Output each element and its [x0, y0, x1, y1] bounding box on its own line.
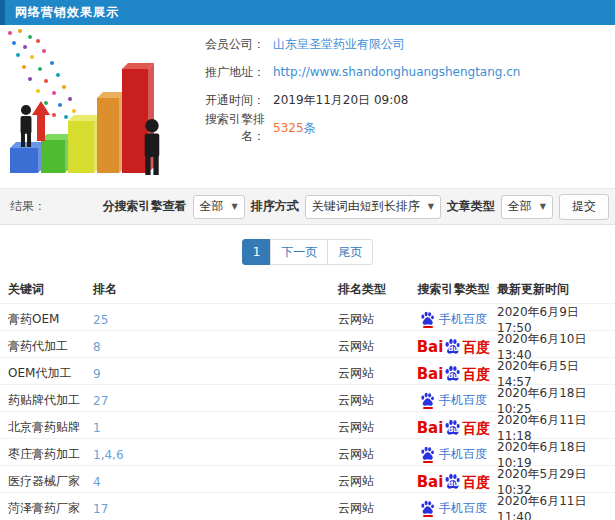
rank-link[interactable]: 9 — [93, 367, 338, 381]
engine-cell: Baidu百度 — [410, 338, 497, 355]
baidu-logo-chinese: 百度 — [462, 475, 490, 490]
rank-type-cell: 云网站 — [338, 392, 410, 409]
ranking-count: 5325 — [273, 121, 304, 135]
filter-select-value: 全部 — [508, 198, 532, 215]
keyword-cell: 药贴牌代加工 — [8, 392, 93, 409]
keyword-ranking-table: 关键词排名排名类型搜索引擎类型最新更新时间 膏药OEM25云网站手机百度2020… — [0, 275, 615, 519]
paw-underline — [423, 515, 433, 517]
filter-select-value: 关键词由短到长排序 — [312, 198, 420, 215]
rank-link[interactable]: 27 — [93, 394, 338, 408]
baidu-logo-bai: Bai — [417, 421, 444, 436]
filter-select-2[interactable]: 全部▼ — [501, 195, 553, 219]
rank-link[interactable]: 25 — [93, 313, 338, 327]
bar-chart-graphic — [0, 25, 183, 188]
filter-label-1: 排序方式 — [251, 198, 299, 215]
paw-underline — [423, 461, 433, 463]
info-row: 搜索引擎排名：5325条 — [183, 119, 615, 137]
rank-link[interactable]: 17 — [93, 502, 338, 516]
column-header: 最新更新时间 — [497, 281, 615, 298]
baidu-logo-du: du — [448, 345, 458, 353]
engine-cell: 手机百度 — [410, 392, 497, 409]
keyword-cell: 膏药代加工 — [8, 338, 93, 355]
mobile-baidu-logo: 手机百度 — [420, 311, 487, 328]
info-value-link[interactable]: 山东皇圣堂药业有限公司 — [273, 37, 405, 51]
paw-underline — [423, 407, 433, 409]
baidu-paw-icon: du — [444, 419, 461, 436]
table-row: 膏药OEM25云网站手机百度2020年6月9日 17:50 — [0, 303, 615, 330]
chevron-down-icon: ▼ — [428, 202, 434, 211]
rank-link[interactable]: 8 — [93, 340, 338, 354]
updated-time-cell: 2020年6月11日 11:40 — [497, 493, 615, 520]
filter-controls: 分搜索引擎查看全部▼排序方式关键词由短到长排序▼文章类型全部▼提交 — [103, 194, 609, 220]
filter-label-0: 分搜索引擎查看 — [103, 198, 187, 215]
growth-chart-illustration — [0, 25, 183, 188]
table-row: 膏药代加工8云网站Baidu百度2020年6月10日 13:40 — [0, 330, 615, 357]
baidu-logo-du: du — [448, 426, 458, 434]
baidu-logo-chinese: 百度 — [462, 421, 490, 436]
keyword-cell: 北京膏药贴牌 — [8, 419, 93, 436]
mobile-baidu-logo: 手机百度 — [420, 500, 487, 517]
info-value: 2019年11月20日 09:08 — [273, 92, 408, 109]
baidu-paw-icon — [420, 446, 435, 463]
engine-cell: Baidu百度 — [410, 365, 497, 382]
rank-type-cell: 云网站 — [338, 419, 410, 436]
mobile-baidu-logo: 手机百度 — [420, 392, 487, 409]
filter-select-value: 全部 — [200, 198, 224, 215]
baidu-logo-chinese: 百度 — [462, 340, 490, 355]
keyword-cell: 菏泽膏药厂家 — [8, 500, 93, 517]
info-label: 开通时间： — [183, 92, 265, 109]
table-row: 北京膏药贴牌1云网站Baidu百度2020年6月11日 11:18 — [0, 411, 615, 438]
keyword-cell: 膏药OEM — [8, 311, 93, 328]
rank-link[interactable]: 1 — [93, 421, 338, 435]
table-row: 医疗器械厂家4云网站Baidu百度2020年5月29日 10:32 — [0, 465, 615, 492]
page-title: 网络营销效果展示 — [5, 4, 119, 21]
last-page-button[interactable]: 尾页 — [327, 239, 373, 265]
table-header-row: 关键词排名排名类型搜索引擎类型最新更新时间 — [0, 275, 615, 303]
account-info: 会员公司：山东皇圣堂药业有限公司推广地址：http://www.shandong… — [183, 25, 615, 188]
engine-cell: Baidu百度 — [410, 419, 497, 436]
rank-type-cell: 云网站 — [338, 500, 410, 517]
filter-select-0[interactable]: 全部▼ — [193, 195, 245, 219]
submit-button[interactable]: 提交 — [559, 194, 609, 220]
ranking-count-unit-link[interactable]: 条 — [304, 121, 316, 135]
rank-type-cell: 云网站 — [338, 338, 410, 355]
baidu-logo: Baidu百度 — [417, 419, 491, 436]
engine-cell: 手机百度 — [410, 311, 497, 328]
info-row: 推广地址：http://www.shandonghuangshengtang.c… — [183, 63, 615, 81]
info-value-link[interactable]: http://www.shandonghuangshengtang.cn — [273, 65, 520, 79]
table-row: OEM代加工9云网站Baidu百度2020年6月5日 14:57 — [0, 357, 615, 384]
rank-link[interactable]: 1,4,6 — [93, 448, 338, 462]
mobile-baidu-label: 手机百度 — [439, 500, 487, 517]
column-header: 关键词 — [8, 281, 93, 298]
baidu-logo-du: du — [448, 372, 458, 380]
rank-type-cell: 云网站 — [338, 446, 410, 463]
page-1-button[interactable]: 1 — [242, 239, 272, 265]
engine-cell: Baidu百度 — [410, 473, 497, 490]
table-row: 药贴牌代加工27云网站手机百度2020年6月18日 10:25 — [0, 384, 615, 411]
table-body: 膏药OEM25云网站手机百度2020年6月9日 17:50膏药代加工8云网站Ba… — [0, 303, 615, 519]
info-value: 5325条 — [273, 120, 316, 137]
info-value: http://www.shandonghuangshengtang.cn — [273, 65, 520, 79]
mobile-baidu-label: 手机百度 — [439, 446, 487, 463]
column-header: 排名 — [93, 281, 338, 298]
info-row: 会员公司：山东皇圣堂药业有限公司 — [183, 35, 615, 53]
baidu-logo-bai: Bai — [417, 340, 444, 355]
table-row: 枣庄膏药加工1,4,6云网站手机百度2020年6月18日 10:19 — [0, 438, 615, 465]
next-page-button[interactable]: 下一页 — [270, 239, 328, 265]
info-value: 山东皇圣堂药业有限公司 — [273, 36, 405, 53]
keyword-cell: 医疗器械厂家 — [8, 473, 93, 490]
filter-select-1[interactable]: 关键词由短到长排序▼ — [305, 195, 441, 219]
baidu-logo-bai: Bai — [417, 367, 444, 382]
table-row: 菏泽膏药厂家17云网站手机百度2020年6月11日 11:40 — [0, 492, 615, 519]
mobile-baidu-label: 手机百度 — [439, 311, 487, 328]
baidu-paw-icon: du — [444, 365, 461, 382]
result-label: 结果： — [10, 198, 46, 215]
keyword-cell: 枣庄膏药加工 — [8, 446, 93, 463]
baidu-paw-icon — [420, 311, 435, 328]
engine-cell: 手机百度 — [410, 500, 497, 517]
page-header: 网络营销效果展示 — [0, 0, 615, 25]
chevron-down-icon: ▼ — [232, 202, 238, 211]
filter-label-2: 文章类型 — [447, 198, 495, 215]
rank-link[interactable]: 4 — [93, 475, 338, 489]
rank-type-cell: 云网站 — [338, 473, 410, 490]
